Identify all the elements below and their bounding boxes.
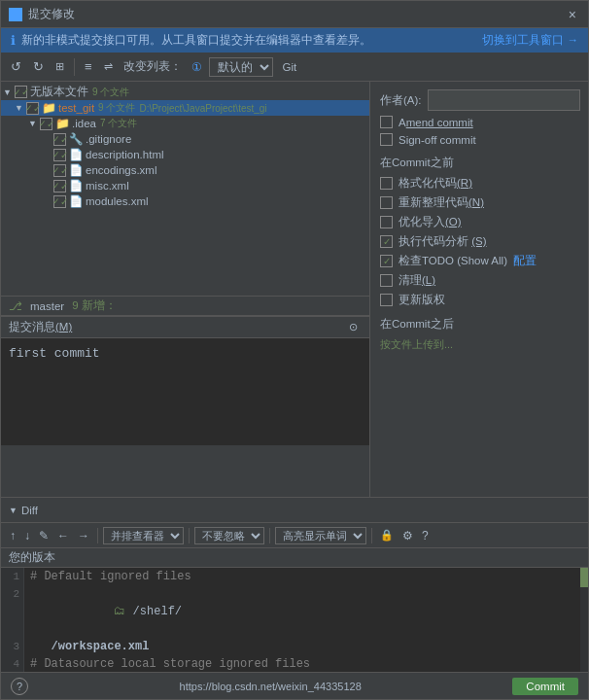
diff-settings-button[interactable]: ⚙ (399, 528, 416, 543)
after-commit-options: 按文件上传到... (380, 337, 578, 352)
optimize-imports-checkbox[interactable] (380, 216, 393, 228)
cleanup-row: 清理(L) (380, 273, 578, 288)
file-icon-modules: 📄 (69, 194, 83, 208)
tree-item-unversioned[interactable]: ▼ ✓ 无版本文件 9 个文件 (1, 84, 369, 100)
diff-linenum-3: 3 (1, 638, 24, 655)
tree-item-encodings[interactable]: ✓ 📄 encodings.xml (1, 162, 369, 178)
format-code-row: 格式化代码(R) (380, 176, 578, 191)
file-tree[interactable]: ▼ ✓ 无版本文件 9 个文件 ▼ ✓ 📁 test_git 9 个文件 D:\… (1, 82, 369, 296)
tree-item-modules[interactable]: ✓ 📄 modules.xml (1, 193, 369, 209)
diff-lock-button[interactable]: 🔒 (377, 528, 397, 542)
copyright-checkbox[interactable] (380, 294, 393, 306)
commit-expand-button[interactable]: ⊙ (345, 321, 362, 333)
info-bar-message: ℹ 新的非模式提交接口可用。从工具窗口提交并在编辑器中查看差异。 (11, 33, 371, 48)
pin-button[interactable]: ⊞ (52, 58, 68, 75)
diff-collapse-icon[interactable]: ▼ (9, 506, 17, 515)
align-left-button[interactable]: ≡ (81, 57, 96, 76)
commit-message-input[interactable]: first commit (1, 338, 369, 445)
tree-check-gitignore[interactable]: ✓ (53, 133, 66, 146)
tree-check-modules[interactable]: ✓ (53, 195, 66, 208)
diff-highlight-dropdown[interactable]: 高亮显示单词 (275, 527, 366, 544)
file-icon-description: 📄 (69, 148, 83, 161)
before-commit-title: 在Commit之前 (380, 156, 578, 170)
tree-item-misc[interactable]: ✓ 📄 misc.xml (1, 178, 369, 193)
switch-to-toolwindow-link[interactable]: 切换到工具窗口 → (482, 33, 578, 48)
format-code-checkbox[interactable] (380, 177, 393, 190)
diff-line-3: 3 /workspace.xml (1, 638, 580, 655)
diff-separator-4 (371, 528, 372, 543)
diff-line-2: 2 🗂 /shelf/ (1, 585, 580, 638)
diff-prev-button[interactable]: ← (54, 528, 72, 543)
amend-commit-label: Amend commit (398, 117, 473, 128)
diff-up-button[interactable]: ↑ (7, 528, 18, 543)
reformat-code-label: 重新整理代码(N) (398, 195, 484, 210)
diff-line-4: 4 # Datasource local storage ignored fil… (1, 655, 580, 672)
author-input[interactable] (428, 89, 580, 111)
amend-commit-row: Amend commit (380, 116, 578, 128)
diff-down-button[interactable]: ↓ (21, 528, 33, 543)
diff-toolbar: ↑ ↓ ✎ ← → 并排查看器 不要忽略 高亮显示单词 🔒 ⚙ ? (1, 523, 588, 548)
toolbar: ↺ ↻ ⊞ ≡ ⇌ 改变列表： ① 默认的 Git (1, 52, 588, 82)
diff-section: ▼ Diff ↑ ↓ ✎ ← → 并排查看器 不要忽略 高亮显示单词 🔒 ⚙ (1, 497, 588, 672)
diff-view-dropdown[interactable]: 并排查看器 (103, 527, 184, 544)
cleanup-checkbox[interactable] (380, 274, 393, 287)
added-count: 9 新增： (72, 298, 117, 313)
tree-name-misc: misc.xml (86, 180, 129, 192)
change-list-num: ① (191, 60, 202, 74)
title-bar: 提交修改 × (1, 1, 588, 28)
diff-linecontent-3: /workspace.xml (24, 638, 149, 655)
check-todo-checkbox[interactable] (380, 255, 393, 267)
diff-linenum-2: 2 (1, 585, 24, 638)
your-version-text: 您的版本 (9, 551, 55, 563)
reformat-code-checkbox[interactable] (380, 196, 393, 209)
diff-help-button[interactable]: ? (419, 528, 432, 543)
redo-button[interactable]: ↻ (29, 57, 48, 76)
commit-label-m: (M) (55, 321, 72, 332)
tree-name-modules: modules.xml (86, 195, 149, 207)
signoff-commit-row: Sign-off commit (380, 133, 578, 146)
main-window: 提交修改 × ℹ 新的非模式提交接口可用。从工具窗口提交并在编辑器中查看差异。 … (0, 0, 589, 700)
tree-item-description[interactable]: ✓ 📄 description.html (1, 147, 369, 162)
cleanup-label: 清理(L) (398, 273, 435, 288)
git-label: Git (283, 61, 297, 73)
diff-separator-2 (189, 528, 190, 543)
app-icon (9, 8, 22, 21)
diff-linecontent-2: 🗂 /shelf/ (24, 585, 182, 638)
diff-separator-1 (97, 528, 98, 543)
tree-check-description[interactable]: ✓ (53, 149, 66, 161)
check-todo-config-link[interactable]: 配置 (513, 254, 537, 268)
commit-button[interactable]: Commit (512, 678, 578, 695)
diff-content[interactable]: 1 # Default ignored files 2 🗂 /shelf/ 3 … (1, 568, 580, 672)
tree-item-gitignore[interactable]: ✓ 🔧 .gitignore (1, 131, 369, 147)
after-commit-title: 在Commit之后 (380, 317, 578, 332)
tree-check-encodings[interactable]: ✓ (53, 164, 66, 177)
branch-name: master (30, 300, 64, 312)
close-button[interactable]: × (565, 7, 580, 22)
signoff-commit-checkbox[interactable] (380, 133, 393, 146)
tree-count-idea: 7 个文件 (100, 117, 137, 130)
diff-next-button[interactable]: → (75, 528, 92, 543)
tree-item-project[interactable]: ▼ ✓ 📁 test_git 9 个文件 D:\Project\JavaProj… (1, 100, 369, 116)
align-right-button[interactable]: ⇌ (100, 58, 117, 75)
branch-bar: ⎇ master 9 新增： (1, 296, 369, 316)
tree-name-idea: .idea (72, 118, 96, 129)
author-row: 作者(A): (380, 89, 578, 111)
undo-button[interactable]: ↺ (7, 57, 25, 76)
diff-ignore-dropdown[interactable]: 不要忽略 (194, 527, 264, 544)
tree-check-project[interactable]: ✓ (26, 102, 39, 115)
diff-linenum-1: 1 (1, 568, 24, 585)
tree-check-unversioned[interactable]: ✓ (15, 86, 27, 98)
tree-item-idea[interactable]: ▼ ✓ 📁 .idea 7 个文件 (1, 116, 369, 131)
amend-commit-checkbox[interactable] (380, 116, 393, 128)
tree-check-misc[interactable]: ✓ (53, 180, 66, 192)
tree-check-idea[interactable]: ✓ (40, 118, 52, 130)
right-panel: 作者(A): Amend commit Sign-off commit 在Com… (370, 82, 588, 497)
analyze-code-checkbox[interactable] (380, 235, 393, 248)
diff-linecontent-4: # Datasource local storage ignored files (24, 655, 310, 672)
info-icon: ℹ (11, 33, 16, 48)
diff-edit-button[interactable]: ✎ (36, 528, 52, 543)
change-list-dropdown[interactable]: 默认的 (209, 57, 273, 77)
url-text: https://blog.csdn.net/weixin_44335128 (180, 681, 362, 692)
tree-name-description: description.html (86, 149, 164, 160)
help-button[interactable]: ? (11, 678, 28, 695)
